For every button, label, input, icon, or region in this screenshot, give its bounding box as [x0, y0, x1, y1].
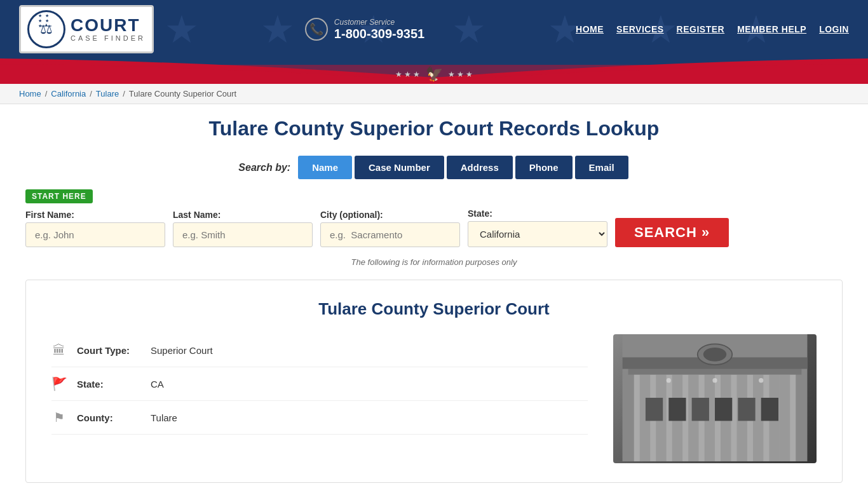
breadcrumb-bar: Home / California / Tulare / Tulare Coun…: [0, 84, 868, 104]
breadcrumb-home[interactable]: Home: [19, 89, 41, 98]
svg-point-21: [703, 348, 726, 362]
main-nav: HOME SERVICES REGISTER MEMBER HELP LOGIN: [576, 24, 849, 34]
county-value: Tulare: [151, 412, 177, 423]
nav-home[interactable]: HOME: [576, 24, 604, 34]
search-form: First Name: Last Name: City (optional): …: [25, 208, 843, 247]
breadcrumb-sep-3: /: [123, 89, 125, 98]
court-info-title: Tulare County Superior Court: [51, 299, 817, 319]
search-by-label: Search by:: [238, 162, 290, 173]
breadcrumb-sep-1: /: [45, 89, 48, 98]
start-here-badge: START HERE: [25, 189, 93, 203]
court-details: 🏛 Court Type: Superior Court 🚩 State: CA…: [51, 334, 588, 463]
phone-icon: 📞: [305, 18, 328, 41]
svg-point-23: [712, 378, 717, 383]
logo-circle: ★ ★ ★ ★ ★ ⚖: [27, 10, 65, 48]
state-group: State: California Alabama Alaska Arizona…: [468, 208, 607, 247]
breadcrumb-sep-2: /: [90, 89, 92, 98]
court-info-content: 🏛 Court Type: Superior Court 🚩 State: CA…: [51, 334, 817, 463]
tab-phone[interactable]: Phone: [515, 156, 573, 179]
court-type-label: Court Type:: [77, 345, 140, 356]
court-type-icon: 🏛: [51, 343, 67, 358]
first-name-input[interactable]: [25, 222, 165, 247]
search-by-row: Search by: Name Case Number Address Phon…: [25, 156, 843, 179]
logo-case-finder-text: CASE FINDER: [71, 34, 146, 42]
last-name-label: Last Name:: [173, 210, 313, 220]
customer-service-area: 📞 Customer Service 1-800-309-9351: [305, 18, 424, 41]
svg-point-22: [667, 378, 671, 383]
customer-service-text: Customer Service 1-800-309-9351: [334, 18, 424, 41]
svg-rect-17: [715, 398, 732, 421]
svg-rect-11: [780, 375, 790, 461]
nav-member-help[interactable]: MEMBER HELP: [737, 24, 806, 34]
customer-service-phone: 1-800-309-9351: [334, 27, 424, 41]
last-name-input[interactable]: [173, 222, 313, 247]
state-row: 🚩 State: CA: [51, 367, 588, 401]
tab-address[interactable]: Address: [447, 156, 513, 179]
svg-rect-16: [692, 398, 709, 421]
page-title: Tulare County Superior Court Records Loo…: [25, 117, 843, 140]
nav-services[interactable]: SERVICES: [616, 24, 664, 34]
search-button[interactable]: SEARCH »: [615, 218, 729, 247]
city-label: City (optional):: [320, 210, 460, 220]
logo-box: ★ ★ ★ ★ ★ ⚖ COURT CASE FINDER: [19, 5, 154, 53]
svg-rect-19: [761, 398, 778, 421]
first-name-group: First Name:: [25, 210, 165, 247]
tab-name[interactable]: Name: [298, 156, 352, 179]
logo-circle-stars: ★ ★ ★ ★ ★: [38, 13, 55, 29]
customer-service-label: Customer Service: [334, 18, 424, 27]
eagle-stars: ★ ★ ★ 🦅 ★ ★ ★: [395, 66, 473, 83]
court-image: [613, 334, 817, 463]
nav-register[interactable]: REGISTER: [677, 24, 725, 34]
breadcrumb-tulare[interactable]: Tulare: [96, 89, 119, 98]
state-label-detail: State:: [77, 379, 140, 390]
info-note: The following is for information purpose…: [25, 257, 843, 267]
logo-area: ★ ★ ★ ★ ★ ⚖ COURT CASE FINDER: [19, 5, 154, 53]
tab-case-number[interactable]: Case Number: [355, 156, 444, 179]
state-select[interactable]: California Alabama Alaska Arizona Arkans…: [468, 221, 607, 247]
site-header: ★ ★ ★ ★ ★ ★ ★ ★ ★ ★ ★ ★ ★ ⚖ COURT CASE F…: [0, 0, 868, 58]
county-icon: ⚑: [51, 410, 67, 425]
court-type-value: Superior Court: [151, 345, 213, 356]
state-label: State:: [468, 208, 607, 219]
city-input[interactable]: [320, 222, 460, 247]
logo-court-text: COURT: [71, 17, 146, 34]
eagle-emblem: ★ ★ ★ 🦅 ★ ★ ★: [395, 66, 473, 83]
first-name-label: First Name:: [25, 210, 165, 220]
city-group: City (optional):: [320, 210, 460, 247]
nav-login[interactable]: LOGIN: [819, 24, 849, 34]
logo-text-area: COURT CASE FINDER: [71, 17, 146, 42]
svg-rect-18: [738, 398, 755, 421]
tab-email[interactable]: Email: [575, 156, 628, 179]
breadcrumb-california[interactable]: California: [51, 89, 86, 98]
svg-rect-14: [646, 398, 663, 421]
eagle-icon: 🦅: [426, 66, 443, 83]
court-type-row: 🏛 Court Type: Superior Court: [51, 334, 588, 367]
wave-divider: ★ ★ ★ 🦅 ★ ★ ★: [0, 58, 868, 84]
breadcrumb-current: Tulare County Superior Court: [129, 89, 236, 98]
breadcrumb: Home / California / Tulare / Tulare Coun…: [19, 89, 849, 98]
county-label: County:: [77, 412, 140, 423]
state-icon: 🚩: [51, 376, 67, 391]
county-row: ⚑ County: Tulare: [51, 401, 588, 435]
court-info-box: Tulare County Superior Court 🏛 Court Typ…: [25, 280, 843, 483]
main-content: Tulare County Superior Court Records Loo…: [0, 104, 868, 488]
last-name-group: Last Name:: [173, 210, 313, 247]
state-value: CA: [151, 379, 164, 390]
svg-rect-15: [668, 398, 686, 421]
svg-point-24: [759, 378, 763, 383]
